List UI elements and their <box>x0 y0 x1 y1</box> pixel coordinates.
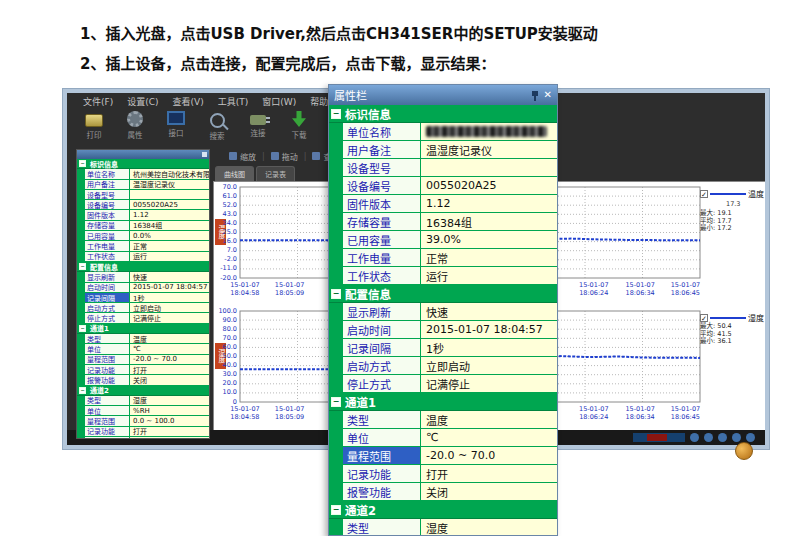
property-row[interactable]: 启动方式立即启动 <box>77 303 209 313</box>
property-row[interactable]: 设备编号0055020A25 <box>329 177 557 195</box>
property-label[interactable]: 量程范围 <box>85 416 130 425</box>
tab-curve-chart[interactable]: 曲线图 <box>215 166 254 181</box>
property-row[interactable]: 记录功能打开 <box>77 427 209 437</box>
section-header[interactable]: −配置信息 <box>77 262 209 272</box>
collapse-icon[interactable]: − <box>331 505 341 515</box>
player-progress-bar[interactable] <box>633 433 685 442</box>
property-label[interactable]: 单位名称 <box>85 169 130 178</box>
property-label[interactable]: 存储容量 <box>343 213 421 230</box>
property-row[interactable]: 单位℃ <box>329 429 557 447</box>
property-label[interactable]: 启动时间 <box>85 283 130 292</box>
property-row[interactable]: 启动时间2015-01-07 18:04:57 <box>329 321 557 339</box>
property-row[interactable]: 已用容量0.0% <box>77 231 209 241</box>
property-row[interactable]: 用户备注温湿度记录仪 <box>77 180 209 190</box>
property-row[interactable]: 类型温度 <box>329 411 557 429</box>
property-row[interactable]: 工作状态运行 <box>329 267 557 285</box>
menu-item-0[interactable]: 文件(F) <box>83 95 113 108</box>
property-label[interactable]: 量程范围 <box>85 355 130 364</box>
pin-icon[interactable] <box>531 90 540 101</box>
property-label[interactable]: 记录功能 <box>85 365 130 374</box>
property-row[interactable]: 量程范围-20.0 ~ 70.0 <box>329 447 557 465</box>
property-label[interactable]: 工作电量 <box>85 241 130 250</box>
property-label[interactable]: 单位 <box>85 344 130 353</box>
property-label[interactable]: 已用容量 <box>343 231 421 248</box>
property-row[interactable]: 启动时间2015-01-07 18:04:57 <box>77 283 209 293</box>
download-button[interactable]: 下载 <box>284 111 314 140</box>
property-row[interactable]: 存储容量16384组 <box>77 221 209 231</box>
property-label[interactable]: 工作电量 <box>343 249 421 266</box>
properties-panel-titlebar[interactable]: 属性栏 ✕ <box>329 85 557 105</box>
property-row[interactable]: 停止方式记满停止 <box>77 313 209 323</box>
property-label[interactable]: 停止方式 <box>85 313 130 322</box>
property-label[interactable]: 固件版本 <box>343 195 421 212</box>
menu-item-1[interactable]: 设置(C) <box>127 95 158 108</box>
property-label[interactable]: 存储容量 <box>85 221 130 230</box>
property-row[interactable]: 固件版本1.12 <box>77 210 209 220</box>
property-label[interactable]: 固件版本 <box>85 210 130 219</box>
property-label[interactable]: 报警功能 <box>85 375 130 384</box>
property-row[interactable]: 设备型号 <box>329 159 557 177</box>
property-label[interactable]: 显示刷新 <box>85 272 130 281</box>
magnifier-button[interactable]: 搜索 <box>202 111 232 141</box>
collapse-icon[interactable]: − <box>79 160 86 167</box>
menu-item-2[interactable]: 查看(V) <box>173 95 204 108</box>
property-row[interactable]: 记录功能打开 <box>329 465 557 483</box>
collapse-icon[interactable]: − <box>79 263 86 270</box>
property-label[interactable]: 显示刷新 <box>343 303 421 320</box>
property-row[interactable]: 记录间隔1秒 <box>329 339 557 357</box>
collapse-icon[interactable]: − <box>79 325 86 332</box>
collapse-icon[interactable]: − <box>79 387 86 394</box>
property-label[interactable]: 设备编号 <box>85 200 130 209</box>
edit-icon[interactable] <box>732 433 741 442</box>
property-label[interactable]: 用户备注 <box>85 180 130 189</box>
property-label[interactable]: 工作状态 <box>343 267 421 284</box>
property-label[interactable]: 启动方式 <box>343 357 421 374</box>
property-label[interactable]: 报警功能 <box>343 483 421 500</box>
legend-checkbox[interactable]: ✓ <box>700 314 708 322</box>
property-label[interactable]: 报警功能 <box>85 437 130 439</box>
collapse-icon[interactable]: − <box>331 109 341 119</box>
comment-icon[interactable] <box>704 433 713 442</box>
printer-button[interactable]: 打印 <box>79 111 109 140</box>
plug-button[interactable]: 连接 <box>243 111 273 138</box>
property-row[interactable]: 显示刷新快速 <box>329 303 557 321</box>
property-row[interactable]: 设备编号0055020A25 <box>77 200 209 210</box>
property-row[interactable]: 单位℃ <box>77 344 209 354</box>
property-label[interactable]: 类型 <box>343 519 421 536</box>
property-row[interactable]: 量程范围-20.0 ~ 70.0 <box>77 355 209 365</box>
property-label[interactable]: 类型 <box>85 396 130 405</box>
monitor-button[interactable]: 接口 <box>161 111 191 138</box>
property-row[interactable]: 单位名称 <box>329 123 557 141</box>
property-row[interactable]: 类型湿度 <box>329 519 557 536</box>
zoom-tool-button[interactable]: 缩放 <box>229 151 256 162</box>
property-row[interactable]: 记录间隔1秒 <box>77 293 209 303</box>
property-row[interactable]: 启动方式立即启动 <box>329 357 557 375</box>
property-label[interactable]: 类型 <box>85 334 130 343</box>
property-label[interactable]: 设备型号 <box>343 159 421 176</box>
property-row[interactable]: 报警功能关闭 <box>77 437 209 439</box>
settings-icon[interactable] <box>718 433 727 442</box>
section-header[interactable]: −通道2 <box>329 501 557 519</box>
property-row[interactable]: 单位%RH <box>77 406 209 416</box>
menu-item-3[interactable]: 工具(T) <box>218 95 249 108</box>
property-label[interactable]: 记录间隔 <box>343 339 421 356</box>
property-label[interactable]: 设备型号 <box>85 190 130 199</box>
property-label[interactable]: 单位名称 <box>343 123 421 140</box>
property-label[interactable]: 单位 <box>343 429 421 446</box>
property-row[interactable]: 单位名称杭州美控自动化技术有限公司 <box>77 169 209 179</box>
drag-tool-button[interactable]: 拖动 <box>271 151 298 162</box>
property-row[interactable]: 用户备注温湿度记录仪 <box>329 141 557 159</box>
property-row[interactable]: 固件版本1.12 <box>329 195 557 213</box>
property-label[interactable]: 量程范围 <box>343 447 421 464</box>
player-control-icon[interactable] <box>690 433 699 442</box>
property-label[interactable]: 用户备注 <box>343 141 421 158</box>
property-row[interactable]: 报警功能关闭 <box>329 483 557 501</box>
property-row[interactable]: 显示刷新快速 <box>77 272 209 282</box>
property-label[interactable]: 停止方式 <box>343 375 421 392</box>
property-label[interactable]: 已用容量 <box>85 231 130 240</box>
property-label[interactable]: 记录功能 <box>343 465 421 482</box>
property-label[interactable]: 启动方式 <box>85 303 130 312</box>
section-header[interactable]: −标识信息 <box>77 159 209 169</box>
docked-panel-close-icon[interactable] <box>202 152 207 157</box>
collapse-icon[interactable]: − <box>331 289 341 299</box>
